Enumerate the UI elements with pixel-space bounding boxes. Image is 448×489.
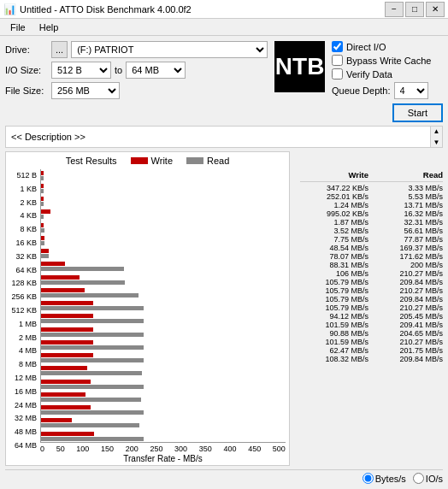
read-value: 3.33 MB/s	[374, 184, 443, 192]
results-row: 106 MB/s210.27 MB/s	[300, 269, 443, 278]
write-value: 48.54 MB/s	[300, 244, 368, 252]
menu-help[interactable]: Help	[32, 21, 66, 33]
write-value: 1.24 MB/s	[300, 201, 368, 209]
read-value: 56.61 MB/s	[374, 227, 443, 235]
bar-pair	[41, 300, 286, 312]
x-label: 200	[126, 445, 139, 453]
read-legend: Read	[186, 156, 229, 166]
io-size-to-select[interactable]: 64 MB	[126, 62, 186, 79]
write-value: 90.88 MB/s	[300, 329, 368, 338]
read-value: 201.75 MB/s	[374, 346, 443, 355]
file-size-label: File Size:	[5, 85, 48, 96]
write-value: 108.32 MB/s	[300, 355, 368, 363]
window-title: Untitled - ATTO Disk Benchmark 4.00.0f2	[20, 4, 385, 15]
bar-pair	[41, 430, 286, 442]
bar-pair	[41, 339, 286, 351]
bar-pair	[41, 404, 286, 416]
drive-path-button[interactable]: ...	[51, 41, 68, 58]
x-label: 50	[56, 445, 65, 453]
bar-pair	[41, 169, 286, 181]
scroll-down-arrow[interactable]: ▼	[433, 138, 441, 147]
bytes-radio[interactable]	[363, 473, 374, 484]
read-value: 210.27 MB/s	[374, 286, 443, 295]
write-bar	[41, 262, 65, 266]
verify-data-checkbox[interactable]	[332, 68, 343, 80]
y-label: 256 KB	[9, 291, 37, 303]
read-bar	[41, 358, 144, 362]
io-radio[interactable]	[413, 473, 424, 484]
results-rows: 347.22 KB/s3.33 MB/s252.01 KB/s5.53 MB/s…	[300, 184, 443, 363]
bar-pair	[41, 196, 286, 208]
x-label: 350	[199, 445, 212, 453]
x-axis-title: Transfer Rate - MB/s	[40, 454, 286, 463]
read-bar	[41, 423, 139, 427]
write-bar	[41, 405, 91, 409]
x-label: 100	[76, 445, 89, 453]
read-bar	[41, 202, 44, 206]
description-scrollbar[interactable]: ▲ ▼	[430, 127, 442, 147]
direct-io-label: Direct I/O	[346, 42, 386, 52]
y-label: 1 MB	[9, 318, 37, 330]
bar-pair	[41, 209, 286, 221]
menu-file[interactable]: File	[3, 21, 32, 33]
write-value: 995.02 KB/s	[300, 209, 368, 218]
read-value: 210.27 MB/s	[374, 303, 443, 312]
file-size-select[interactable]: 256 MB	[51, 82, 120, 99]
results-row: 105.79 MB/s209.84 MB/s	[300, 278, 443, 286]
bar-pair	[41, 391, 286, 403]
write-value: 106 MB/s	[300, 269, 368, 278]
read-value: 171.62 MB/s	[374, 252, 443, 261]
results-row: 101.59 MB/s209.41 MB/s	[300, 321, 443, 329]
write-value: 62.47 MB/s	[300, 346, 368, 355]
bypass-write-cache-checkbox[interactable]	[332, 55, 343, 66]
scroll-up-arrow[interactable]: ▲	[433, 127, 441, 136]
bypass-write-cache-label: Bypass Write Cache	[346, 56, 431, 66]
window-controls: − □ ✕	[385, 2, 445, 17]
write-legend-label: Write	[151, 156, 173, 166]
results-row: 108.32 MB/s209.84 MB/s	[300, 355, 443, 363]
read-bar	[41, 267, 124, 271]
write-value: 105.79 MB/s	[300, 286, 368, 295]
x-axis-labels: 050100150200250300350400450500	[40, 445, 286, 453]
write-value: 252.01 KB/s	[300, 192, 368, 201]
read-value: 200 MB/s	[374, 261, 443, 269]
bar-pair	[41, 365, 286, 377]
write-value: 105.79 MB/s	[300, 295, 368, 303]
read-value: 210.27 MB/s	[374, 269, 443, 278]
write-value: 101.59 MB/s	[300, 321, 368, 329]
maximize-button[interactable]: □	[405, 2, 424, 17]
results-row: 88.31 MB/s200 MB/s	[300, 261, 443, 269]
write-value: 94.12 MB/s	[300, 312, 368, 321]
bar-pair	[41, 378, 286, 390]
read-col-header: Read	[374, 170, 443, 180]
results-row: 252.01 KB/s5.53 MB/s	[300, 192, 443, 201]
y-label: 128 KB	[9, 277, 37, 289]
drive-select[interactable]: (F:) PATRIOT	[71, 41, 268, 58]
queue-depth-row: Queue Depth: 4	[332, 82, 443, 99]
y-label: 2 MB	[9, 332, 37, 344]
x-label: 300	[174, 445, 187, 453]
close-button[interactable]: ✕	[426, 2, 445, 17]
file-size-row: File Size: 256 MB	[5, 82, 268, 99]
write-bar	[41, 197, 44, 201]
chart-title: Test Results	[66, 156, 117, 166]
direct-io-checkbox[interactable]	[332, 41, 343, 52]
read-value: 5.53 MB/s	[374, 192, 443, 201]
read-value: 77.87 MB/s	[374, 235, 443, 244]
verify-data-row: Verify Data	[332, 68, 443, 80]
io-size-from-select[interactable]: 512 B	[51, 62, 111, 79]
start-button[interactable]: Start	[392, 103, 443, 122]
verify-data-label: Verify Data	[346, 69, 392, 80]
read-legend-label: Read	[207, 156, 229, 166]
minimize-button[interactable]: −	[385, 2, 404, 17]
read-bar	[41, 241, 44, 245]
results-row: 3.52 MB/s56.61 MB/s	[300, 227, 443, 235]
read-bar	[41, 215, 44, 219]
io-size-row: I/O Size: 512 B to 64 MB	[5, 62, 268, 79]
y-label: 4 KB	[9, 209, 37, 221]
io-radio-item: IO/s	[413, 473, 443, 484]
y-label: 64 KB	[9, 264, 37, 276]
y-axis-labels: 512 B1 KB2 KB4 KB8 KB16 KB32 KB64 KB128 …	[9, 169, 40, 463]
read-bar	[41, 333, 144, 337]
queue-depth-select[interactable]: 4	[394, 82, 428, 99]
